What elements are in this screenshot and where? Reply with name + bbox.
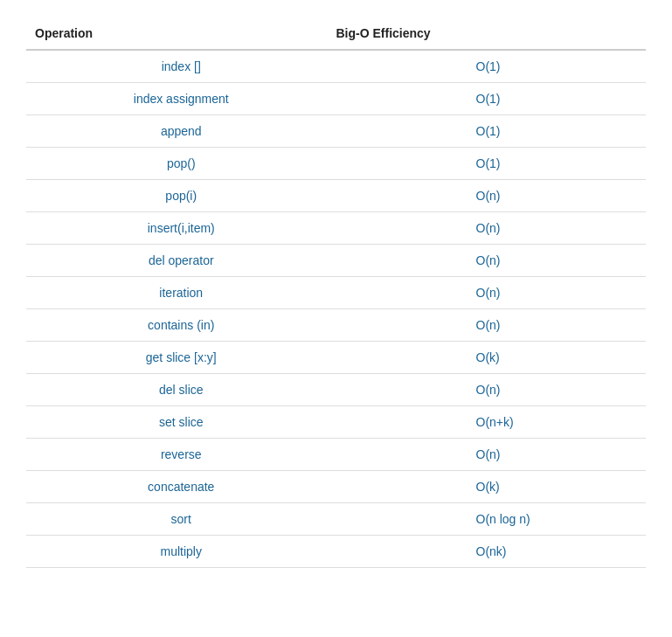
table-row: sortO(n log n) [26, 503, 646, 536]
efficiency-cell: O(n) [336, 245, 647, 277]
table-row: contains (in)O(n) [26, 309, 646, 342]
header-operation: Operation [26, 17, 336, 50]
efficiency-cell: O(1) [336, 83, 647, 115]
efficiency-cell: O(1) [336, 50, 647, 83]
efficiency-cell: O(n) [336, 439, 647, 471]
table-row: multiplyO(nk) [26, 536, 646, 568]
efficiency-cell: O(1) [336, 115, 647, 148]
table-row: iterationO(n) [26, 277, 646, 309]
table-row: index assignmentO(1) [26, 83, 646, 115]
table-row: concatenateO(k) [26, 471, 646, 503]
efficiency-cell: O(k) [336, 342, 647, 374]
efficiency-cell: O(n) [336, 212, 647, 245]
table-row: set sliceO(n+k) [26, 406, 646, 439]
operation-cell: index assignment [26, 83, 336, 115]
header-efficiency: Big-O Efficiency [336, 17, 647, 50]
efficiency-cell: O(n log n) [336, 503, 647, 536]
table-row: pop()O(1) [26, 148, 646, 180]
operation-cell: reverse [26, 439, 336, 471]
operation-cell: del operator [26, 245, 336, 277]
efficiency-cell: O(n) [336, 180, 647, 212]
efficiency-cell: O(n) [336, 277, 647, 309]
operation-cell: index [] [26, 50, 336, 83]
operation-cell: set slice [26, 406, 336, 439]
operation-cell: pop() [26, 148, 336, 180]
table-row: appendO(1) [26, 115, 646, 148]
table-row: del sliceO(n) [26, 374, 646, 406]
operation-cell: append [26, 115, 336, 148]
operation-cell: sort [26, 503, 336, 536]
efficiency-cell: O(n) [336, 309, 647, 342]
table-row: index []O(1) [26, 50, 646, 83]
efficiency-cell: O(n) [336, 374, 647, 406]
table-row: reverseO(n) [26, 439, 646, 471]
efficiency-cell: O(k) [336, 471, 647, 503]
operation-cell: pop(i) [26, 180, 336, 212]
table-row: get slice [x:y]O(k) [26, 342, 646, 374]
table-row: pop(i)O(n) [26, 180, 646, 212]
operation-cell: contains (in) [26, 309, 336, 342]
efficiency-cell: O(1) [336, 148, 647, 180]
operation-cell: insert(i,item) [26, 212, 336, 245]
table-row: insert(i,item)O(n) [26, 212, 646, 245]
efficiency-cell: O(n+k) [336, 406, 647, 439]
bigo-table: Operation Big-O Efficiency index []O(1)i… [26, 17, 646, 568]
operation-cell: get slice [x:y] [26, 342, 336, 374]
operation-cell: del slice [26, 374, 336, 406]
table-row: del operatorO(n) [26, 245, 646, 277]
operation-cell: multiply [26, 536, 336, 568]
efficiency-cell: O(nk) [336, 536, 647, 568]
operation-cell: iteration [26, 277, 336, 309]
operation-cell: concatenate [26, 471, 336, 503]
